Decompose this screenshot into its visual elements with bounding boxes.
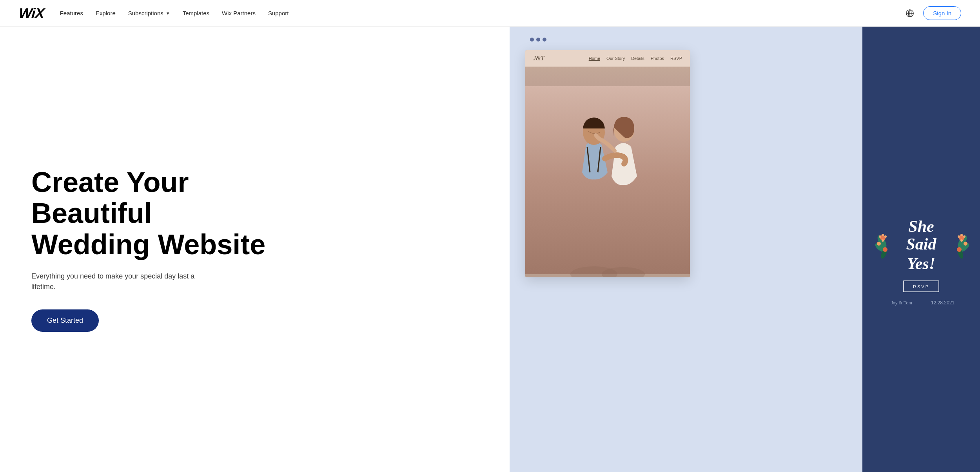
svg-text:Said: Said (906, 235, 936, 253)
get-started-button[interactable]: Get Started (31, 309, 99, 332)
dot-1 (530, 38, 534, 42)
svg-point-30 (960, 239, 963, 242)
svg-point-15 (877, 242, 881, 246)
template-nav-home: Home (589, 56, 600, 61)
couple-photo (525, 67, 690, 277)
sign-in-button[interactable]: Sign In (923, 6, 961, 20)
couple-illustration (525, 67, 690, 277)
globe-icon (906, 9, 914, 18)
svg-point-16 (883, 247, 887, 252)
chevron-down-icon: ▼ (166, 11, 170, 16)
dot-3 (543, 38, 546, 42)
template-nav-our-story: Our Story (606, 56, 625, 61)
template-nav: Home Our Story Details Photos RSVP (589, 56, 682, 61)
svg-point-29 (963, 235, 965, 238)
svg-point-27 (960, 234, 963, 236)
svg-point-25 (964, 242, 967, 246)
svg-point-28 (958, 235, 960, 238)
hero-visual: J&T Home Our Story Details Photos RSVP (510, 27, 980, 472)
hero-subtitle: Everything you need to make your special… (31, 271, 220, 292)
nav-item-explore[interactable]: Explore (96, 10, 116, 17)
template-dark-mockup: She Said Yes! RSVP Joy & Tom 12.28.2021 (862, 27, 980, 472)
language-selector-button[interactable] (903, 6, 917, 20)
dark-template-content: She Said Yes! RSVP Joy & Tom 12.28.2021 (870, 187, 972, 312)
hero-section: Create Your Beautiful Wedding Website Ev… (0, 27, 980, 472)
svg-point-18 (884, 235, 887, 238)
hero-title: Create Your Beautiful Wedding Website (31, 167, 267, 260)
wix-logo[interactable]: WiX (19, 5, 44, 22)
svg-text:Joy & Tom: Joy & Tom (891, 300, 912, 306)
template-nav-rsvp: RSVP (670, 56, 682, 61)
hero-content: Create Your Beautiful Wedding Website Ev… (0, 27, 510, 472)
svg-point-26 (957, 247, 962, 252)
svg-text:12.28.2021: 12.28.2021 (931, 300, 955, 306)
template-nav-details: Details (631, 56, 644, 61)
navbar-right: Sign In (903, 6, 961, 20)
navbar-left: WiX Features Explore Subscriptions ▼ Tem… (19, 5, 289, 22)
nav-item-support[interactable]: Support (268, 10, 289, 17)
svg-text:Yes!: Yes! (907, 255, 935, 273)
svg-point-20 (882, 239, 884, 242)
nav-item-wix-partners[interactable]: Wix Partners (222, 10, 256, 17)
template-nav-photos: Photos (651, 56, 664, 61)
svg-rect-5 (525, 86, 690, 274)
svg-point-19 (879, 235, 881, 238)
nav-item-subscriptions[interactable]: Subscriptions ▼ (128, 10, 170, 16)
svg-point-17 (882, 234, 884, 236)
nav-links: Features Explore Subscriptions ▼ Templat… (60, 10, 289, 17)
svg-text:She: She (908, 217, 934, 235)
browser-dots (530, 38, 546, 42)
nav-item-features[interactable]: Features (60, 10, 83, 17)
template-main-mockup: J&T Home Our Story Details Photos RSVP (525, 50, 690, 277)
svg-text:RSVP: RSVP (913, 284, 929, 289)
dot-2 (536, 38, 540, 42)
template-header: J&T Home Our Story Details Photos RSVP (525, 50, 690, 67)
template-logo: J&T (533, 55, 544, 62)
nav-item-templates[interactable]: Templates (183, 10, 209, 17)
navbar: WiX Features Explore Subscriptions ▼ Tem… (0, 0, 980, 27)
template-container: J&T Home Our Story Details Photos RSVP (510, 27, 980, 472)
